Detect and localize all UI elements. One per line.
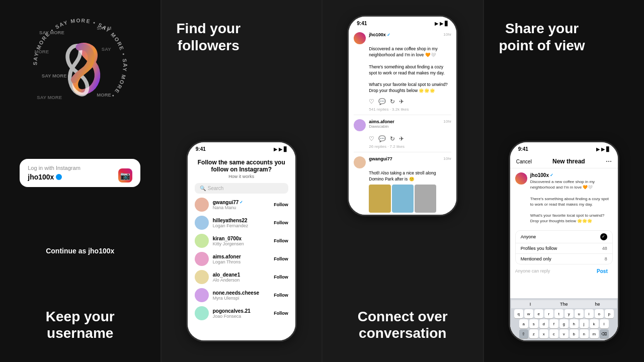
comment-icon-2[interactable]: 💬 xyxy=(378,135,386,142)
follow-handle-5: Alo Anderson xyxy=(213,278,270,283)
panel-keep-username: SAY MORE • SAY MORE • SAY MORE • SAY MOR… xyxy=(0,0,162,362)
follow-handle-1: Nana Manu xyxy=(213,205,270,210)
post-avatar xyxy=(354,32,366,44)
avatar-4 xyxy=(195,252,209,266)
status-bar-2: 9:41 ▶▶▊ xyxy=(188,142,295,154)
follow-name-4: aims.afoner xyxy=(213,254,270,259)
key-e[interactable]: e xyxy=(534,309,543,318)
panel-4-title: Share your point of view xyxy=(494,20,585,54)
key-k[interactable]: k xyxy=(590,319,599,328)
reply-option-mentioned-label: Mentioned only xyxy=(521,256,551,261)
follow-button-2[interactable]: Follow xyxy=(274,220,288,225)
panel-3-title: Connect over conversation xyxy=(358,308,448,342)
follow-button-1[interactable]: Follow xyxy=(274,202,288,207)
key-p[interactable]: p xyxy=(605,309,614,318)
svg-text:SAY M: SAY M xyxy=(97,25,112,31)
comment-1-avatar xyxy=(354,119,366,131)
follow-item-6: none.needs.cheese Myra Ulenspi Follow xyxy=(195,288,288,302)
key-g[interactable]: g xyxy=(559,319,569,328)
key-j[interactable]: j xyxy=(580,319,589,328)
key-d[interactable]: d xyxy=(539,319,548,328)
share-icon-2[interactable]: ✈ xyxy=(399,135,404,142)
instagram-icon: 📷 xyxy=(118,168,132,183)
compose-avatar xyxy=(515,172,527,185)
follow-button-5[interactable]: Follow xyxy=(274,275,288,280)
follow-subtitle[interactable]: How it works xyxy=(195,174,288,179)
key-r[interactable]: r xyxy=(544,309,553,318)
key-n[interactable]: n xyxy=(580,329,589,338)
key-o[interactable]: o xyxy=(595,309,604,318)
comment-2-header: gwangui77 10hr xyxy=(349,152,456,170)
comment-1-header: aims.afoner Dawscabin 10hr xyxy=(349,115,456,133)
search-icon: 🔍 xyxy=(200,186,206,191)
comment-1: aims.afoner Dawscabin 10hr ♡ 💬 ↻ ✈ 26 re… xyxy=(349,115,456,152)
key-h[interactable]: h xyxy=(570,319,579,328)
key-i[interactable]: i xyxy=(585,309,594,318)
key-m[interactable]: m xyxy=(590,329,599,338)
reply-option-following[interactable]: Profiles you follow 48 xyxy=(516,243,612,254)
follow-button-7[interactable]: Follow xyxy=(274,311,288,316)
key-y[interactable]: y xyxy=(565,309,574,318)
compose-header: Cancel New thread ⋯ xyxy=(510,154,618,168)
key-u[interactable]: u xyxy=(575,309,584,318)
key-x[interactable]: x xyxy=(539,329,548,338)
avatar-6 xyxy=(195,288,209,302)
keyboard-row-1: q w e r t y u i o p xyxy=(511,309,617,318)
repost-icon[interactable]: ↻ xyxy=(390,98,395,105)
phone-mockup-3: 9:41 ▶▶▊ jho100x ✓ 10hr Discove xyxy=(347,15,458,216)
key-b[interactable]: b xyxy=(570,329,579,338)
avatar-3 xyxy=(195,234,209,248)
reply-option-anyone[interactable]: Anyone ✓ xyxy=(516,231,612,243)
follow-handle-7: Joao Fonseca xyxy=(213,314,270,319)
follow-item-4: aims.afoner Logan Throns Follow xyxy=(195,252,288,266)
main-post: jho100x ✓ 10hr Discovered a new coffee s… xyxy=(349,28,456,115)
key-shift[interactable]: ⇧ xyxy=(519,329,528,338)
suggestion-1[interactable]: I xyxy=(515,302,546,307)
key-f[interactable]: f xyxy=(549,319,558,328)
compose-text[interactable]: Discovered a new coffee shop in my neigh… xyxy=(530,179,613,224)
follow-button-4[interactable]: Follow xyxy=(274,256,288,261)
reply-option-mentioned-count: 8 xyxy=(605,256,607,261)
follow-button-3[interactable]: Follow xyxy=(274,238,288,243)
suggestion-2[interactable]: The xyxy=(548,302,579,307)
compose-title: New thread xyxy=(552,158,585,165)
key-z[interactable]: z xyxy=(529,329,538,338)
compose-content: jho100x ✓ Discovered a new coffee shop i… xyxy=(530,172,613,224)
like-icon-2[interactable]: ♡ xyxy=(369,135,374,142)
like-icon[interactable]: ♡ xyxy=(369,98,374,105)
post-username: jho100x ✓ xyxy=(369,32,451,37)
key-s[interactable]: s xyxy=(529,319,538,328)
key-l[interactable]: l xyxy=(600,319,609,328)
comment-icon[interactable]: 💬 xyxy=(378,98,386,105)
post-button[interactable]: Post xyxy=(592,267,613,275)
comment-1-time: 10hr xyxy=(443,119,451,124)
follow-title: Follow the same accounts you follow on I… xyxy=(195,159,288,173)
reply-option-mentioned[interactable]: Mentioned only 8 xyxy=(516,254,612,264)
key-backspace[interactable]: ⌫ xyxy=(600,329,609,338)
keyboard-area: I The he q w e r t y u i o p a xyxy=(510,298,618,340)
keyboard-suggestions: I The he xyxy=(511,300,617,308)
follow-name-5: alo_deane1 xyxy=(213,272,270,278)
suggestion-3[interactable]: he xyxy=(582,302,613,307)
avatar-5 xyxy=(195,270,209,284)
continue-button[interactable]: Continue as jho100x xyxy=(20,242,140,260)
follow-screen: Follow the same accounts you follow on I… xyxy=(188,154,295,342)
svg-text:SAY MORE: SAY MORE xyxy=(42,73,67,78)
login-card: Log in with Instagram jho100x 📷 xyxy=(20,159,140,187)
svg-text:SAY MORE: SAY MORE xyxy=(39,30,64,35)
key-q[interactable]: q xyxy=(514,309,523,318)
key-c[interactable]: c xyxy=(549,329,558,338)
reply-option-anyone-check: ✓ xyxy=(600,233,607,240)
key-t[interactable]: t xyxy=(554,309,564,318)
key-w[interactable]: w xyxy=(524,309,533,318)
search-bar[interactable]: 🔍 Search xyxy=(195,183,288,194)
verified-badge xyxy=(56,174,62,180)
repost-icon-2[interactable]: ↻ xyxy=(390,135,395,142)
anyone-can-reply-label: Anyone can reply xyxy=(515,268,550,274)
image-1 xyxy=(369,185,390,213)
key-v[interactable]: v xyxy=(559,329,569,338)
follow-button-6[interactable]: Follow xyxy=(274,293,288,298)
share-icon[interactable]: ✈ xyxy=(399,98,404,105)
cancel-button[interactable]: Cancel xyxy=(516,159,532,164)
key-a[interactable]: a xyxy=(519,319,528,328)
